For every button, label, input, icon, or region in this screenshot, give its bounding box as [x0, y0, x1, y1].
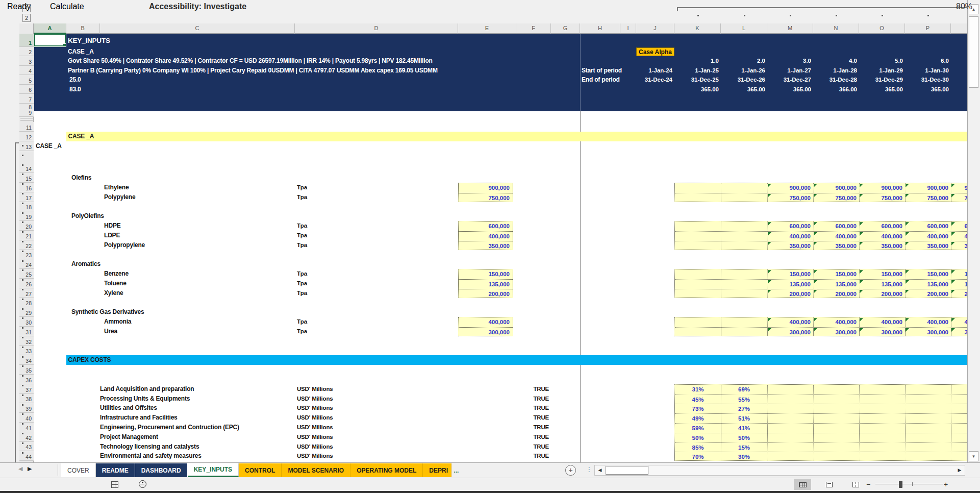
row-header[interactable]: 2 [19, 47, 34, 56]
tab-control[interactable]: CONTROL [239, 463, 282, 477]
column-header-J[interactable]: J [636, 23, 674, 34]
row-header[interactable]: 9 [19, 111, 34, 117]
input-group-aromatics[interactable]: 150,000 135,000 200,000 [458, 269, 513, 298]
column-header-G[interactable]: G [551, 23, 580, 34]
year-value-row[interactable]: 900,000900,000900,000900,000900,000 [675, 183, 967, 193]
status-accessibility[interactable]: Accessibility: Investigate [149, 0, 246, 13]
input-group-olefins[interactable]: 900,000 750,000 [458, 183, 513, 202]
hidden-row-indicator[interactable] [20, 118, 33, 120]
selected-cell-a1[interactable] [34, 34, 66, 46]
capex-split-block[interactable]: 31%69% 45%55% 73%27% 49%51% 59%41% 50%50… [674, 384, 967, 461]
year-value-row[interactable]: 350,000350,000350,000350,000350,000 [675, 241, 967, 250]
input-cell[interactable]: 750,000 [459, 193, 513, 203]
flag-cell[interactable]: TRUE [516, 442, 549, 452]
column-header-E[interactable]: E [458, 23, 516, 34]
tab-options-icon[interactable]: ⋮ [586, 466, 592, 473]
flag-cell[interactable]: TRUE [516, 384, 549, 394]
row-header[interactable]: 6 [19, 85, 34, 94]
tab-scroll-left-icon[interactable]: ◀ [18, 465, 22, 472]
input-cell[interactable]: 900,000 [459, 183, 513, 193]
year-value-row[interactable]: 400,000400,000400,000400,000400,000 [675, 231, 967, 241]
page-break-view-button[interactable] [847, 479, 864, 490]
scroll-right-button[interactable]: ▶ [954, 465, 965, 475]
capex-band[interactable]: CAPEX COSTS [66, 355, 968, 365]
split-row[interactable]: 50%50% [675, 433, 967, 442]
scroll-down-button[interactable]: ▼ [969, 451, 978, 461]
tab-dashboard[interactable]: DASHBOARD [135, 463, 188, 477]
column-header-N[interactable]: N [813, 23, 859, 34]
tab-readme[interactable]: README [96, 463, 135, 477]
flag-cell[interactable]: TRUE [516, 451, 549, 461]
column-header-K[interactable]: K [674, 23, 721, 34]
zoom-slider-track[interactable] [875, 484, 943, 484]
row-header[interactable]: 4 [19, 66, 34, 75]
column-group-bracket[interactable] [677, 7, 967, 11]
zoom-slider-thumb[interactable] [899, 481, 902, 488]
split-row[interactable]: 31%69% [675, 385, 967, 395]
zoom-out-button[interactable]: − [866, 478, 870, 491]
split-row[interactable]: 70%30% [675, 452, 967, 461]
input-cell[interactable]: 600,000 [459, 221, 513, 231]
row-header[interactable]: 11 [19, 122, 34, 132]
row-header[interactable]: 7 [19, 94, 34, 104]
column-header-P[interactable]: P [905, 23, 951, 34]
zoom-level[interactable]: 80% [956, 0, 972, 13]
horizontal-scroll-thumb[interactable] [606, 466, 648, 475]
input-group-syngas[interactable]: 400,000 300,000 [458, 317, 513, 336]
tab-cover[interactable]: COVER [61, 463, 96, 477]
input-cell[interactable]: 200,000 [459, 289, 513, 299]
split-row[interactable]: 59%41% [675, 423, 967, 433]
input-cell[interactable]: 150,000 [459, 269, 513, 279]
add-sheet-button[interactable]: + [565, 465, 576, 476]
tab-scroll-right-icon[interactable]: ▶ [28, 465, 32, 472]
split-row[interactable]: 49%51% [675, 413, 967, 423]
page-layout-view-button[interactable] [820, 479, 838, 490]
year-value-row[interactable]: 400,000400,000400,000400,000400,000 [675, 317, 967, 327]
row-header[interactable]: 1 [19, 34, 34, 47]
flag-cell[interactable]: TRUE [516, 432, 549, 442]
year-value-row[interactable]: 300,000300,000300,000300,000300,000 [675, 327, 967, 336]
flag-cell[interactable]: TRUE [516, 394, 549, 404]
row-header[interactable]: 3 [19, 56, 34, 66]
flag-cell[interactable]: TRUE [516, 413, 549, 423]
year-value-row[interactable]: 750,000750,000750,000750,000750,000 [675, 193, 967, 202]
horizontal-scrollbar[interactable]: ◀ ▶ [594, 465, 965, 476]
status-calculate[interactable]: Calculate [50, 0, 84, 13]
year-values-olefins[interactable]: 900,000900,000900,000900,000900,000 750,… [674, 183, 967, 202]
tab-operating-model[interactable]: OPERATING MODEL [350, 463, 423, 477]
year-values-polyolefins[interactable]: 600,000600,000600,000600,000600,000 400,… [674, 221, 967, 250]
column-header-H[interactable]: H [580, 23, 620, 34]
tab-model-scenario[interactable]: MODEL SCENARIO [282, 463, 350, 477]
column-header-D[interactable]: D [295, 23, 458, 34]
col-outline-level-2-button[interactable]: 2 [22, 14, 31, 22]
column-header-A[interactable]: A [34, 23, 66, 34]
macro-record-icon[interactable] [111, 481, 118, 488]
row-group-bracket[interactable] [15, 142, 19, 463]
column-header-I[interactable]: I [620, 23, 636, 34]
input-cell[interactable]: 400,000 [459, 231, 513, 241]
split-row[interactable]: 85%15% [675, 442, 967, 452]
split-row[interactable]: 45%55% [675, 395, 967, 404]
year-value-row[interactable]: 150,000150,000150,000150,000150,000 [675, 269, 967, 279]
column-header-O[interactable]: O [859, 23, 905, 34]
input-cell[interactable]: 350,000 [459, 241, 513, 251]
tab-key-inputs[interactable]: KEY_INPUTS [188, 463, 239, 477]
column-header-M[interactable]: M [767, 23, 813, 34]
year-values-aromatics[interactable]: 150,000150,000150,000150,000150,000 135,… [674, 269, 967, 298]
input-group-polyolefins[interactable]: 600,000 400,000 350,000 [458, 221, 513, 250]
year-values-syngas[interactable]: 400,000400,000400,000400,000400,000 300,… [674, 317, 967, 336]
input-cell[interactable]: 135,000 [459, 279, 513, 289]
column-header-F[interactable]: F [516, 23, 551, 34]
column-header-L[interactable]: L [721, 23, 767, 34]
column-header-B[interactable]: B [66, 23, 100, 34]
input-cell[interactable]: 300,000 [459, 327, 513, 337]
row-header[interactable]: 5 [19, 75, 34, 85]
column-header-C[interactable]: C [100, 23, 295, 34]
tab-depri[interactable]: DEPRI [423, 463, 451, 477]
year-value-row[interactable]: 200,000200,000200,000200,000200,000 [675, 289, 967, 298]
flag-cell[interactable]: TRUE [516, 423, 549, 432]
flag-cell[interactable]: TRUE [516, 403, 549, 413]
vertical-scroll-thumb[interactable] [969, 16, 978, 88]
year-value-row[interactable]: 600,000600,000600,000600,000600,000 [675, 221, 967, 231]
case-band[interactable]: CASE _A [66, 132, 968, 141]
